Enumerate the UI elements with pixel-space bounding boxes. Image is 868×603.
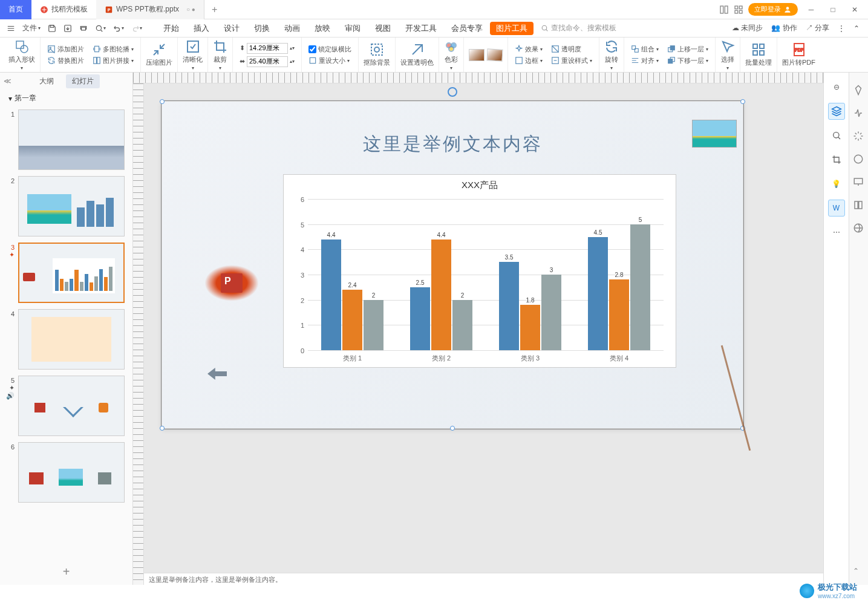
command-search[interactable]: 查找命令、搜索模板 [541,23,616,33]
clarity-button[interactable]: 清晰化▾ [183,39,203,71]
width-input[interactable] [247,43,288,54]
slide-item-6[interactable]: 6 [6,442,126,503]
tab-add-button[interactable]: + [204,4,224,15]
remove-bg-button[interactable]: 抠除背景 [364,42,390,67]
reset-size-button[interactable]: 重设大小▾ [307,56,353,66]
menu-tab-devtools[interactable]: 开发工具 [398,19,444,37]
border-button[interactable]: 边框▾ [513,56,544,66]
menu-tab-start[interactable]: 开始 [156,19,186,37]
undo-button[interactable]: ▾ [110,23,127,34]
slide-canvas[interactable]: 这里是举例文本内容 XXX产品 01234564.42.42类别 12.54.4… [144,83,823,585]
lock-ratio-checkbox[interactable]: 锁定纵横比 [307,44,353,54]
redo-button[interactable]: ▾ [128,23,145,34]
menu-tab-animation[interactable]: 动画 [277,19,307,37]
sel-handle-nw[interactable] [160,99,165,104]
zoom-out-tool[interactable]: ⊖ [828,79,845,96]
preview-button[interactable]: ▾ [92,23,109,34]
far-btn-6[interactable] [853,200,865,212]
far-btn-5[interactable] [853,177,865,189]
slide-item-1[interactable]: 1 [6,109,126,170]
far-collapse[interactable]: ⌃ [853,567,865,579]
replace-image-button[interactable]: 替换图片 [45,56,86,66]
back-arrow-shape[interactable] [207,368,227,380]
menu-tab-member[interactable]: 会员专享 [444,19,490,37]
slide-item-3[interactable]: 3✦ [6,243,126,303]
login-button[interactable]: 立即登录 [748,3,798,16]
crop-tool[interactable] [828,151,845,168]
multi-image-button[interactable]: 多图轮播▾ [91,44,135,54]
close-button[interactable]: ✕ [846,1,863,18]
rotate-button[interactable]: 旋转▾ [604,39,619,71]
layers-tool[interactable] [828,103,845,120]
sel-handle-ne[interactable] [740,99,745,104]
tab-home[interactable]: 首页 [0,0,31,19]
more-tool[interactable]: ⋯ [828,224,845,241]
menu-tab-review[interactable]: 审阅 [338,19,368,37]
crop-button[interactable]: 裁剪▾ [213,39,227,71]
preset-2[interactable] [486,48,503,61]
image-join-button[interactable]: 图片拼接▾ [91,56,135,66]
coop-button[interactable]: 👥 协作 [771,23,797,33]
menu-tab-slideshow[interactable]: 放映 [307,19,338,37]
save-button[interactable] [45,23,59,34]
to-pdf-button[interactable]: PDF图片转PDF [782,42,815,67]
effects-button[interactable]: 效果▾ [513,44,544,54]
share-button[interactable]: ↗ 分享 [806,23,829,33]
select-button[interactable]: 选择▾ [720,39,735,71]
side-tab-slides[interactable]: 幻灯片 [66,74,100,88]
menu-tab-insert[interactable]: 插入 [186,19,217,37]
side-collapse[interactable]: ≪ [4,77,11,85]
lock-ratio-input[interactable] [308,45,316,53]
color-button[interactable]: 色彩▾ [444,39,458,71]
sel-handle-se[interactable] [740,426,745,431]
menu-tab-design[interactable]: 设计 [217,19,247,37]
slide-corner-image[interactable] [692,120,737,148]
insert-shape-button[interactable]: 插入形状▾ [8,39,35,71]
add-image-button[interactable]: 添加图片 [45,44,86,54]
group-button[interactable]: 组合▾ [629,44,661,54]
bring-forward-button[interactable]: 上移一层▾ [665,44,710,54]
collapse-ribbon[interactable]: ⌃ [853,24,860,33]
menu-tab-view[interactable]: 视图 [368,19,398,37]
tab-indicator-icon[interactable]: ○ ● [186,6,195,13]
sel-handle-s[interactable] [450,426,455,431]
notes-bar[interactable]: 这里是举例备注内容，这里是举例备注内容。 [144,573,823,586]
slide-page[interactable]: 这里是举例文本内容 XXX产品 01234564.42.42类别 12.54.4… [162,102,743,428]
export-button[interactable] [60,23,75,34]
zoom-tool[interactable] [828,127,845,144]
tab-file[interactable]: P WPS PPT教程.pptx ○ ● [96,0,204,19]
idea-tool[interactable]: 💡 [828,175,845,192]
word-tool[interactable]: W [828,200,845,217]
far-btn-4[interactable] [853,154,865,166]
ppt-icon-shape[interactable] [204,265,259,301]
far-btn-7[interactable] [853,223,865,235]
batch-button[interactable]: 批量处理 [745,42,772,67]
far-btn-2[interactable] [853,108,865,120]
set-transparent-button[interactable]: 设置透明色 [400,42,434,67]
far-btn-1[interactable] [853,85,865,97]
sel-handle-sw[interactable] [160,426,165,431]
grid-switch-icon[interactable] [719,5,729,15]
slide-item-4[interactable]: 4 [6,309,126,370]
height-input[interactable] [247,56,288,67]
chart[interactable]: XXX产品 01234564.42.42类别 12.54.42类别 23.51.… [283,174,676,368]
rotate-handle[interactable] [448,87,457,97]
align-button[interactable]: 对齐▾ [629,56,661,66]
slide-title[interactable]: 这里是举例文本内容 [162,132,743,157]
send-backward-button[interactable]: 下移一层▾ [665,56,710,66]
transparency-button[interactable]: 透明度 [549,44,583,54]
compress-button[interactable]: 压缩图片 [146,42,172,67]
slide-item-5[interactable]: 5✦🔊 [6,376,126,436]
menu-more[interactable]: ⋮ [838,24,845,33]
add-slide-button[interactable]: + [0,559,132,585]
sync-status[interactable]: ☁ 未同步 [732,23,763,33]
far-btn-3[interactable] [853,131,865,143]
preset-1[interactable] [469,49,485,61]
menu-tab-picture-tools[interactable]: 图片工具 [490,22,534,35]
slide-item-2[interactable]: 2 [6,176,126,236]
menu-tab-transition[interactable]: 切换 [247,19,277,37]
file-menu[interactable]: 文件▾ [19,22,44,34]
maximize-button[interactable]: □ [824,1,841,18]
side-tab-outline[interactable]: 大纲 [33,74,60,88]
section-header[interactable]: ▾第一章 [0,90,132,107]
